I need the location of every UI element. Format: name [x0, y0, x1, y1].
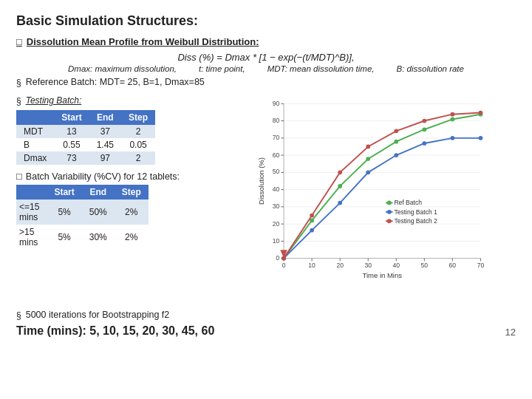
svg-text:20: 20: [273, 220, 280, 228]
svg-rect-0: [284, 103, 480, 258]
table-row: <=15mins 5% 50% 2%: [16, 200, 149, 225]
svg-text:30: 30: [364, 262, 372, 269]
bth-start: Start: [47, 185, 81, 200]
svg-point-52: [394, 140, 398, 144]
svg-text:60: 60: [449, 262, 457, 269]
bth-end: End: [82, 185, 115, 200]
th-step: Step: [121, 110, 155, 125]
svg-point-70: [451, 112, 455, 117]
svg-text:50: 50: [421, 262, 429, 269]
svg-text:40: 40: [393, 262, 400, 269]
svg-text:30: 30: [273, 202, 280, 210]
svg-text:70: 70: [273, 134, 280, 141]
bth-empty: [16, 185, 47, 200]
table-row: Dmax 73 97 2: [16, 151, 155, 165]
svg-point-50: [338, 184, 342, 188]
testing-batch-label: Testing Batch:: [26, 95, 82, 106]
svg-text:0: 0: [282, 262, 286, 269]
svg-point-49: [310, 219, 314, 223]
formula-main: Diss (%) = Dmax * [1 − exp(−(t/MDT)^B)],: [16, 52, 516, 63]
svg-point-66: [338, 171, 342, 175]
bottom-section: 5000 iterations for Bootstrapping f2 Tim…: [16, 306, 516, 338]
svg-point-71: [479, 111, 483, 115]
main-content: Testing Batch: Start End Step MDT 13 37 …: [16, 92, 516, 299]
svg-point-59: [366, 171, 370, 175]
svg-point-63: [479, 136, 483, 140]
footer-left: 5000 iterations for Bootstrapping f2 Tim…: [16, 306, 214, 338]
svg-point-51: [366, 157, 370, 161]
svg-point-58: [338, 201, 342, 205]
svg-text:20: 20: [336, 262, 344, 269]
formula-block: Diss (%) = Dmax * [1 − exp(−(t/MDT)^B)],…: [16, 52, 516, 73]
svg-text:0: 0: [276, 254, 280, 262]
batch-variability-table: Start End Step <=15mins 5% 50% 2% >15min…: [16, 185, 149, 250]
footer-note: 5000 iterations for Bootstrapping f2: [16, 310, 214, 321]
svg-point-73: [387, 201, 392, 205]
svg-point-61: [422, 141, 426, 146]
svg-text:60: 60: [273, 151, 280, 159]
left-panel: Testing Batch: Start End Step MDT 13 37 …: [16, 92, 245, 299]
chart-container: Dissolution (%) 0 10 20 30: [256, 92, 516, 299]
dissolution-chart: Dissolution (%) 0 10 20 30: [256, 92, 516, 299]
svg-point-53: [422, 127, 426, 132]
ref-batch-line: [284, 115, 480, 259]
page-title: Basic Simulation Structures:: [16, 13, 516, 29]
svg-text:10: 10: [308, 262, 316, 269]
testing-batch-item: Testing Batch:: [16, 95, 245, 106]
testing-batch2-line: [284, 113, 480, 259]
legend-ref: Ref Batch: [394, 199, 422, 206]
svg-text:70: 70: [477, 262, 485, 269]
formula-vars: Dmax: maximum dissolution, t: time point…: [16, 64, 516, 73]
page-number: 12: [505, 327, 516, 338]
table-row: MDT 13 37 2: [16, 125, 155, 138]
svg-point-69: [422, 119, 426, 123]
svg-point-54: [451, 117, 455, 122]
svg-point-65: [310, 214, 314, 218]
legend-batch2: Testing Batch 2: [394, 217, 437, 225]
svg-text:50: 50: [273, 168, 280, 175]
bth-step: Step: [115, 185, 149, 200]
x-axis-label: Time in Mins: [362, 271, 402, 279]
th-end: End: [89, 110, 121, 125]
svg-text:90: 90: [273, 100, 280, 107]
svg-point-62: [451, 136, 455, 140]
svg-text:10: 10: [273, 237, 280, 245]
time-label: Time (mins): 5, 10, 15, 20, 30, 45, 60: [16, 324, 214, 338]
th-empty: [16, 110, 54, 125]
svg-point-60: [394, 153, 398, 157]
ref-batch-label: Reference Batch: MDT= 25, B=1, Dmax=85: [16, 77, 516, 88]
batch-variability-title: Batch Variability (%CV) for 12 tablets:: [16, 171, 245, 182]
table-row: B 0.55 1.45 0.05: [16, 138, 155, 151]
svg-point-68: [394, 129, 398, 133]
th-start: Start: [54, 110, 89, 125]
testing-batch-table: Start End Step MDT 13 37 2 B 0.55 1.45 0…: [16, 110, 155, 165]
legend-batch1: Testing Batch 1: [394, 208, 437, 216]
y-axis-label: Dissolution (%): [257, 157, 265, 205]
svg-point-77: [387, 219, 392, 223]
section1-title: Dissolution Mean Profile from Weibull Di…: [16, 36, 516, 47]
svg-point-57: [310, 228, 314, 233]
table-row: >15mins 5% 30% 2%: [16, 225, 149, 250]
bottom-row: 5000 iterations for Bootstrapping f2 Tim…: [16, 306, 516, 338]
svg-point-75: [387, 210, 392, 214]
svg-point-67: [366, 145, 370, 149]
svg-text:80: 80: [273, 117, 280, 124]
right-panel: Dissolution (%) 0 10 20 30: [256, 92, 516, 299]
testing-batch1-line: [284, 138, 480, 259]
svg-text:40: 40: [273, 185, 280, 193]
